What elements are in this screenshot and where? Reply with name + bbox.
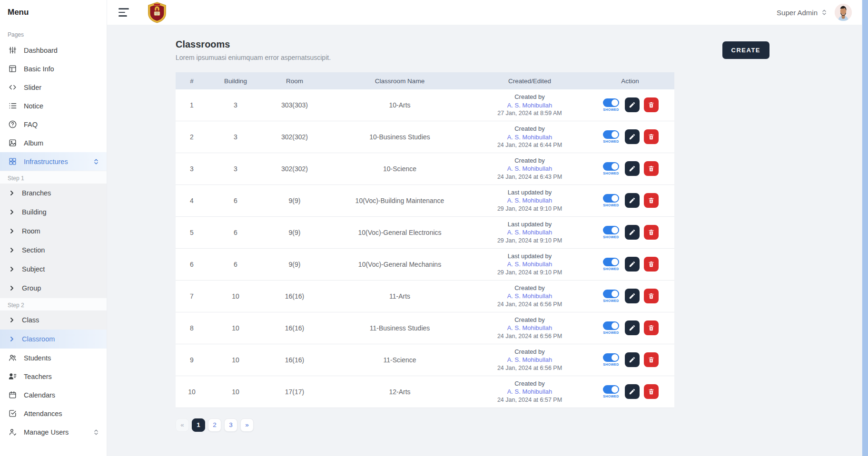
edit-button[interactable] [625,129,640,144]
toggle-label: SHOWED [603,172,619,175]
cell-created-edited: Created byA. S. Mohibullah24 Jan, 2024 a… [473,121,586,153]
sidebar-item-building[interactable]: Building [0,203,107,222]
edit-button[interactable] [625,97,640,112]
sidebar-item-label: Calendars [24,391,55,399]
edit-button[interactable] [625,289,640,303]
sidebar-item-attendances[interactable]: Attendances [0,404,107,423]
showed-toggle[interactable]: SHOWED [602,130,621,143]
sidebar-step1-submenu: Branches Building Room Section Subject G… [0,184,107,298]
delete-button[interactable] [644,161,659,176]
role-selector[interactable]: Super Admin [777,9,827,17]
meta-user-link[interactable]: A. S. Mohibullah [473,165,586,173]
cell-created-edited: Last updated byA. S. Mohibullah29 Jan, 2… [473,216,586,248]
sidebar-item-faq[interactable]: FAQ [0,115,107,134]
trash-icon [648,324,655,331]
meta-label: Created by [473,379,586,388]
page-header: Classrooms Lorem ipsumuasi eniumquam err… [176,39,769,61]
cell-classroom-name: 12-Arts [326,376,473,407]
delete-button[interactable] [644,320,659,335]
edit-button[interactable] [625,193,640,208]
col-classroom-name: Classroom Name [326,72,473,89]
sidebar-item-dashboard[interactable]: Dashboard [0,41,107,59]
meta-user-link[interactable]: A. S. Mohibullah [473,356,586,364]
delete-button[interactable] [644,225,659,240]
pagination-page-3[interactable]: 3 [224,418,237,432]
showed-toggle[interactable]: SHOWED [602,194,621,207]
sidebar-item-notice[interactable]: Notice [0,97,107,115]
edit-button[interactable] [625,352,640,367]
sidebar-item-album[interactable]: Album [0,134,107,152]
sidebar-item-group[interactable]: Group [0,279,107,298]
sidebar-item-label: Basic Info [24,65,54,73]
sidebar-item-label: Album [24,139,43,147]
sidebar-item-class[interactable]: Class [0,310,107,330]
sidebar-item-teachers[interactable]: Teachers [0,367,107,386]
showed-toggle[interactable]: SHOWED [602,162,621,175]
sidebar-item-room[interactable]: Room [0,222,107,241]
toggle-switch-icon [603,385,619,394]
edit-button[interactable] [625,257,640,272]
hamburger-menu-icon[interactable] [118,8,131,17]
delete-button[interactable] [644,289,659,303]
showed-toggle[interactable]: SHOWED [602,353,621,366]
sidebar-item-classroom[interactable]: Classroom [0,330,107,349]
vertical-scrollbar[interactable] [862,0,868,456]
user-avatar[interactable] [835,4,852,21]
edit-button[interactable] [625,225,640,240]
pencil-icon [629,165,636,172]
pagination-first[interactable]: « [176,418,189,432]
showed-toggle[interactable]: SHOWED [602,98,621,111]
edit-button[interactable] [625,384,640,399]
sidebar-item-label: Subject [22,265,45,273]
delete-button[interactable] [644,129,659,144]
sidebar-item-basic-info[interactable]: Basic Info [0,59,107,78]
sidebar-item-students[interactable]: Students [0,349,107,367]
delete-button[interactable] [644,97,659,112]
table-row: 81016(16)11-Business StudiesCreated byA.… [176,312,674,344]
sidebar-item-branches[interactable]: Branches [0,184,107,203]
showed-toggle[interactable]: SHOWED [602,385,621,398]
meta-user-link[interactable]: A. S. Mohibullah [473,388,586,396]
sidebar-item-subject[interactable]: Subject [0,260,107,279]
school-logo[interactable] [146,1,168,24]
delete-button[interactable] [644,257,659,272]
meta-user-link[interactable]: A. S. Mohibullah [473,292,586,301]
showed-toggle[interactable]: SHOWED [602,321,621,334]
classrooms-table: # Building Room Classroom Name Created/E… [176,72,674,408]
chevron-updown-icon [821,9,827,16]
pagination: « 1 2 3 » [176,418,769,446]
pagination-last[interactable]: » [240,418,254,432]
meta-user-link[interactable]: A. S. Mohibullah [473,196,586,205]
toggle-label: SHOWED [603,299,619,302]
meta-user-link[interactable]: A. S. Mohibullah [473,101,586,110]
delete-button[interactable] [644,193,659,208]
header-right: Super Admin [777,4,852,21]
sidebar-item-label: Teachers [24,373,52,380]
toggle-switch-icon [603,321,619,330]
sidebar-item-manage-users[interactable]: Manage Users [0,423,107,441]
pagination-page-1[interactable]: 1 [192,418,205,432]
trash-icon [648,292,655,300]
meta-user-link[interactable]: A. S. Mohibullah [473,324,586,332]
create-button[interactable]: CREATE [722,41,769,59]
cell-room: 16(16) [263,344,326,376]
edit-button[interactable] [625,161,640,176]
sidebar-item-slider[interactable]: Slider [0,78,107,97]
showed-toggle[interactable]: SHOWED [602,258,621,271]
sidebar-item-calendars[interactable]: Calendars [0,386,107,404]
sidebar-item-label: Class [22,316,39,324]
delete-button[interactable] [644,352,659,367]
showed-toggle[interactable]: SHOWED [602,290,621,302]
pagination-page-2[interactable]: 2 [208,418,221,432]
cell-created-edited: Last updated byA. S. Mohibullah29 Jan, 2… [473,248,586,280]
meta-user-link[interactable]: A. S. Mohibullah [473,260,586,269]
meta-user-link[interactable]: A. S. Mohibullah [473,133,586,142]
toggle-switch-icon [603,130,619,139]
showed-toggle[interactable]: SHOWED [602,226,621,239]
meta-user-link[interactable]: A. S. Mohibullah [473,228,586,237]
sidebar-item-infrastructures[interactable]: Infrastructures [0,152,107,171]
edit-button[interactable] [625,320,640,335]
table-row: 91016(16)11-ScienceCreated byA. S. Mohib… [176,344,674,376]
sidebar-item-section[interactable]: Section [0,241,107,260]
delete-button[interactable] [644,384,659,399]
